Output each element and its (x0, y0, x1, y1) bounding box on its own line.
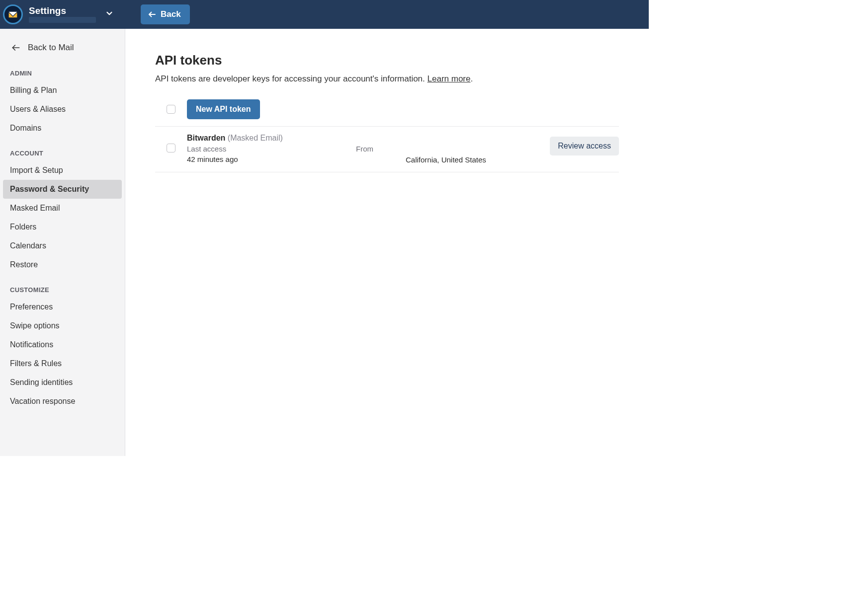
sidebar-item-vacation[interactable]: Vacation response (0, 392, 125, 411)
token-row: Bitwarden (Masked Email) Last access 42 … (155, 127, 619, 172)
select-all-checkbox[interactable] (167, 105, 175, 114)
chevron-down-icon[interactable] (105, 9, 114, 20)
token-scope: (Masked Email) (228, 134, 283, 142)
last-access-label: Last access (187, 145, 351, 153)
page-intro: API tokens are developer keys for access… (155, 74, 619, 84)
sidebar-item-preferences[interactable]: Preferences (0, 298, 125, 316)
sidebar-item-folders[interactable]: Folders (0, 218, 125, 236)
page-title: API tokens (155, 53, 619, 68)
sidebar-item-domains[interactable]: Domains (0, 119, 125, 138)
sidebar: Back to Mail ADMIN Billing & Plan Users … (0, 29, 125, 456)
section-account-label: ACCOUNT (0, 143, 125, 161)
token-header-row: New API token (155, 95, 619, 127)
sidebar-item-users[interactable]: Users & Aliases (0, 100, 125, 119)
sidebar-item-import[interactable]: Import & Setup (0, 161, 125, 180)
title-block[interactable]: Settings (29, 6, 114, 23)
envelope-icon (8, 11, 18, 18)
sidebar-item-swipe[interactable]: Swipe options (0, 316, 125, 335)
from-label: From (356, 134, 406, 153)
learn-more-link[interactable]: Learn more (428, 74, 471, 83)
new-api-token-button[interactable]: New API token (187, 99, 260, 119)
back-button-label: Back (161, 9, 181, 19)
back-to-mail-link[interactable]: Back to Mail (0, 38, 125, 63)
back-to-mail-label: Back to Mail (28, 43, 74, 53)
content-area: API tokens API tokens are developer keys… (125, 29, 649, 456)
token-row-checkbox[interactable] (167, 144, 175, 152)
sidebar-item-calendars[interactable]: Calendars (0, 236, 125, 255)
arrow-left-icon (11, 43, 21, 53)
section-admin-label: ADMIN (0, 63, 125, 81)
sidebar-item-notifications[interactable]: Notifications (0, 335, 125, 354)
token-location: California, United States (406, 134, 539, 164)
app-logo (3, 4, 23, 24)
token-name-text: Bitwarden (187, 134, 225, 142)
sidebar-item-filters[interactable]: Filters & Rules (0, 354, 125, 373)
sidebar-item-masked[interactable]: Masked Email (0, 199, 125, 218)
sidebar-item-restore[interactable]: Restore (0, 255, 125, 274)
token-name: Bitwarden (Masked Email) (187, 134, 351, 143)
back-button[interactable]: Back (141, 4, 190, 24)
section-customize-label: CUSTOMIZE (0, 279, 125, 298)
intro-text: API tokens are developer keys for access… (155, 74, 428, 83)
account-placeholder (29, 17, 96, 23)
topbar: Settings Back (0, 0, 649, 29)
sidebar-item-sending[interactable]: Sending identities (0, 373, 125, 392)
app-title: Settings (29, 6, 96, 16)
token-table: New API token Bitwarden (Masked Email) L… (155, 95, 619, 172)
review-access-button[interactable]: Review access (550, 137, 619, 155)
sidebar-item-billing[interactable]: Billing & Plan (0, 81, 125, 100)
arrow-left-icon (148, 10, 157, 19)
sidebar-item-password[interactable]: Password & Security (3, 180, 122, 199)
last-access-value: 42 minutes ago (187, 155, 351, 163)
